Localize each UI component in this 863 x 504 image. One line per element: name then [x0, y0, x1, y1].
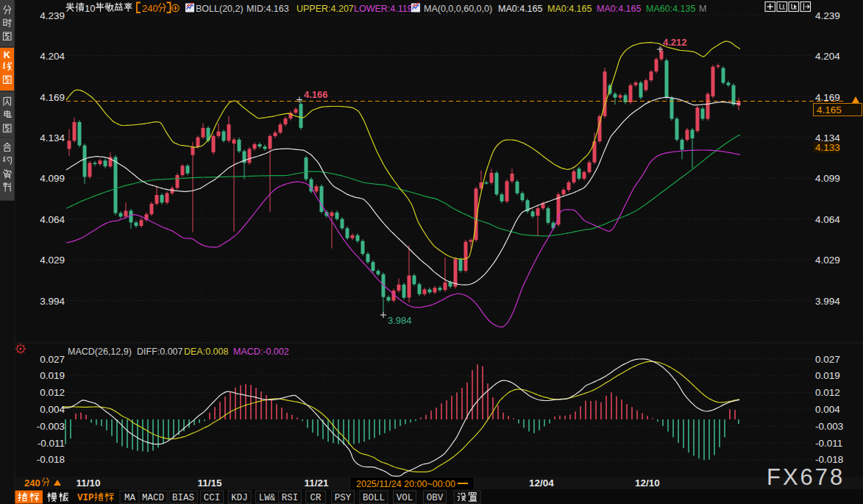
svg-text:CR: CR — [310, 493, 322, 503]
svg-text:4.064: 4.064 — [40, 214, 65, 225]
svg-text:12/04: 12/04 — [529, 478, 554, 489]
svg-text:240: 240 — [24, 478, 40, 489]
svg-text:4.212: 4.212 — [663, 37, 687, 48]
svg-text:0.019: 0.019 — [40, 370, 65, 381]
svg-text:4.133: 4.133 — [815, 142, 840, 153]
svg-text:MACD:-0.002: MACD:-0.002 — [233, 347, 289, 357]
svg-text:MA(0,0,0,60,0,0): MA(0,0,0,60,0,0) — [424, 4, 492, 14]
svg-text:MA: MA — [124, 493, 136, 503]
svg-text:-0.011: -0.011 — [38, 438, 65, 449]
svg-text:4.204: 4.204 — [40, 51, 65, 62]
svg-text:0.004: 0.004 — [40, 404, 65, 415]
svg-text:MA0:4.165: MA0:4.165 — [597, 4, 642, 14]
svg-text:0.012: 0.012 — [815, 387, 840, 398]
svg-text:0.012: 0.012 — [40, 387, 65, 398]
svg-text:4.166: 4.166 — [304, 89, 328, 100]
svg-text:BOLL(20,2): BOLL(20,2) — [196, 4, 244, 14]
svg-text:MA60:4.135: MA60:4.135 — [646, 4, 695, 14]
svg-text:MA0:4.165: MA0:4.165 — [547, 4, 592, 14]
svg-text:PSY: PSY — [335, 493, 352, 503]
svg-text:3.984: 3.984 — [388, 315, 412, 326]
svg-text:4.239: 4.239 — [815, 10, 840, 21]
svg-text:MA0:4.165: MA0:4.165 — [498, 4, 543, 14]
svg-text:4.029: 4.029 — [40, 255, 65, 266]
svg-text:LOWER:4.119: LOWER:4.119 — [354, 4, 413, 14]
svg-text:0.027: 0.027 — [815, 354, 840, 365]
svg-text:M: M — [699, 4, 706, 14]
svg-text:4.134: 4.134 — [40, 132, 65, 143]
svg-text:K: K — [4, 49, 11, 60]
svg-text:FX678: FX678 — [767, 464, 845, 490]
svg-text:LW&: LW& — [259, 493, 276, 503]
svg-text:4.165: 4.165 — [817, 104, 842, 116]
svg-text:11/10: 11/10 — [76, 478, 100, 489]
svg-text:OBV: OBV — [427, 493, 444, 503]
svg-text:RSI: RSI — [282, 493, 299, 503]
svg-text:MID:4.163: MID:4.163 — [246, 4, 289, 14]
svg-text:DEA:0.008: DEA:0.008 — [184, 347, 229, 357]
svg-text:UPPER:4.207: UPPER:4.207 — [296, 4, 354, 14]
svg-text:BIAS: BIAS — [172, 493, 194, 503]
svg-text:4.204: 4.204 — [815, 51, 840, 62]
svg-text:0.027: 0.027 — [40, 354, 65, 365]
svg-text:-0.003: -0.003 — [37, 421, 65, 432]
svg-text:KDJ: KDJ — [231, 493, 248, 503]
svg-text:12/10: 12/10 — [635, 478, 660, 489]
svg-text:-0.018: -0.018 — [37, 454, 65, 465]
svg-text:4.029: 4.029 — [815, 255, 840, 266]
svg-text:3.994: 3.994 — [40, 296, 65, 307]
svg-text:MACD(26,12,9): MACD(26,12,9) — [68, 347, 132, 357]
svg-text:-0.003: -0.003 — [815, 421, 843, 432]
svg-text:11/15: 11/15 — [197, 478, 222, 489]
svg-text:VIP: VIP — [77, 493, 94, 503]
svg-text:4.169: 4.169 — [40, 92, 65, 103]
svg-text:DIFF:0.007: DIFF:0.007 — [137, 347, 183, 357]
svg-text:10: 10 — [85, 3, 95, 14]
svg-text:BOLL: BOLL — [363, 493, 385, 503]
svg-text:0.004: 0.004 — [815, 404, 840, 415]
svg-text:2025/11/24 20:00~00:00: 2025/11/24 20:00~00:00 — [356, 479, 455, 489]
svg-text:0.019: 0.019 — [815, 370, 840, 381]
svg-text:240: 240 — [142, 3, 158, 14]
svg-text:4.099: 4.099 — [40, 173, 65, 184]
svg-text:VOL: VOL — [397, 493, 413, 503]
svg-text:-0.011: -0.011 — [815, 438, 842, 449]
svg-text:4.099: 4.099 — [815, 173, 840, 184]
svg-text:11/21: 11/21 — [304, 478, 329, 489]
svg-text:4.064: 4.064 — [815, 214, 840, 225]
svg-text:MACD: MACD — [142, 493, 164, 503]
svg-text:CCI: CCI — [204, 493, 221, 503]
svg-text:4.169: 4.169 — [815, 92, 840, 103]
svg-text:3.994: 3.994 — [815, 296, 840, 307]
svg-text:4.239: 4.239 — [40, 10, 65, 21]
